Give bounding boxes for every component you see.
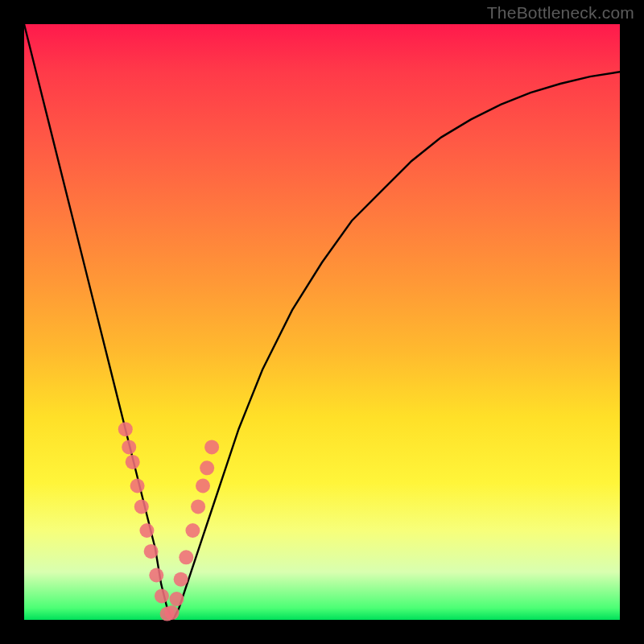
marker-dot xyxy=(179,550,193,564)
marker-dot xyxy=(165,605,180,620)
marker-dot xyxy=(139,523,154,538)
marker-dot xyxy=(185,523,200,538)
marker-dot xyxy=(155,588,169,603)
bottleneck-curve xyxy=(24,24,620,620)
marker-dot xyxy=(126,455,140,469)
marker-dot xyxy=(122,440,136,454)
marker-dot xyxy=(144,544,159,559)
marker-dot xyxy=(169,592,184,606)
plot-area xyxy=(24,24,620,620)
watermark-text: TheBottleneck.com xyxy=(487,3,634,23)
marker-dot xyxy=(134,499,149,514)
marker-dot xyxy=(200,460,214,475)
marker-dot xyxy=(149,568,163,583)
marker-dot xyxy=(204,440,219,454)
marker-dot xyxy=(130,479,145,493)
marker-dot xyxy=(174,572,188,587)
chart-svg xyxy=(24,24,620,620)
chart-frame: TheBottleneck.com xyxy=(0,0,644,644)
marker-dot xyxy=(196,479,210,493)
marker-group xyxy=(118,422,219,621)
marker-dot xyxy=(191,499,205,514)
marker-dot xyxy=(118,422,133,436)
